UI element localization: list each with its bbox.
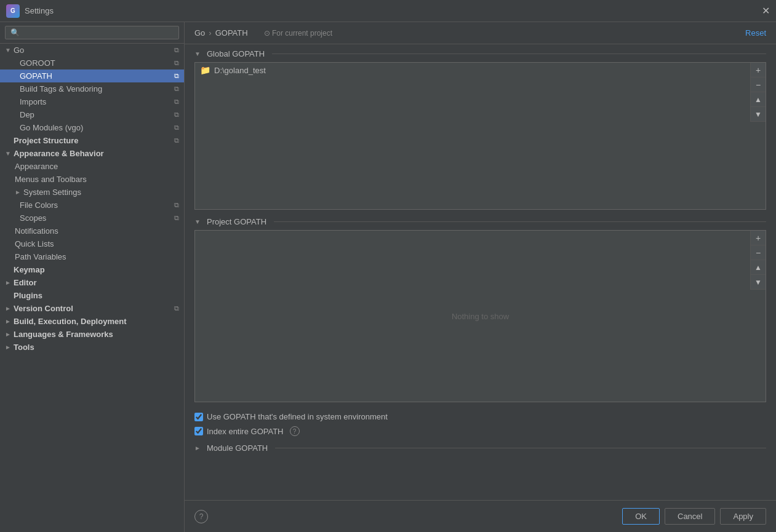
path-text-goland-test: D:\goland_test [214, 66, 266, 75]
arrow-vc: ► [5, 305, 12, 312]
project-gopath-title: Project GOPATH [207, 217, 266, 226]
index-entire-label[interactable]: Index entire GOPATH [207, 427, 284, 436]
sidebar-item-goroot[interactable]: GOROOT ⧉ [0, 57, 184, 69]
project-gopath-arrow: ▼ [194, 218, 202, 225]
sidebar-item-plugins[interactable]: Plugins [0, 289, 184, 302]
search-box [0, 22, 184, 44]
module-gopath-title: Module GOPATH [207, 443, 268, 453]
sidebar-item-languages-label: Languages & Frameworks [14, 330, 179, 339]
sidebar-item-tools-label: Tools [14, 343, 179, 352]
sidebar-item-quick-lists[interactable]: Quick Lists [0, 237, 184, 250]
project-remove-button[interactable]: − [751, 245, 766, 260]
project-gopath-list: Nothing to show + − ▲ ▼ [194, 230, 766, 402]
search-input[interactable] [5, 26, 179, 39]
global-gopath-header[interactable]: ▼ Global GOPATH [194, 49, 766, 58]
sidebar-item-editor[interactable]: ► Editor [0, 276, 184, 289]
sidebar-item-imports[interactable]: Imports ⧉ [0, 95, 184, 108]
sidebar-item-dep-label: Dep [20, 110, 172, 119]
sidebar-item-file-colors-label: File Colors [20, 200, 172, 210]
sidebar-item-ab-label: Appearance & Behavior [14, 149, 179, 158]
sidebar-item-system-settings[interactable]: ► System Settings [0, 186, 184, 199]
use-gopath-label[interactable]: Use GOPATH that's defined in system envi… [207, 412, 388, 421]
sidebar-item-dep[interactable]: Dep ⧉ [0, 108, 184, 121]
sidebar-item-project-structure[interactable]: Project Structure ⧉ [0, 134, 184, 147]
global-remove-button[interactable]: − [751, 77, 766, 92]
sidebar-item-build-label: Build, Execution, Deployment [14, 317, 179, 326]
sidebar-item-go-label: Go [14, 46, 172, 55]
content-area: ▼ Go ⧉ GOROOT ⧉ GOPATH ⧉ [0, 22, 776, 532]
global-down-button[interactable]: ▼ [751, 107, 766, 122]
help-icon-index[interactable]: ? [290, 426, 300, 436]
project-up-button[interactable]: ▲ [751, 260, 766, 275]
sidebar-item-path-variables-label: Path Variables [15, 252, 179, 261]
copy-icon-go: ⧉ [174, 46, 179, 54]
copy-icon-scopes: ⧉ [174, 214, 179, 222]
sidebar-item-gopath-label: GOPATH [20, 71, 172, 81]
index-entire-checkbox[interactable] [194, 427, 203, 435]
sidebar-item-editor-label: Editor [14, 278, 179, 287]
module-gopath-line [275, 448, 766, 448]
close-button[interactable]: ✕ [762, 5, 770, 17]
sidebar-item-file-colors[interactable]: File Colors ⧉ [0, 199, 184, 212]
sidebar-item-menus-toolbars[interactable]: Menus and Toolbars [0, 173, 184, 186]
settings-tree: ▼ Go ⧉ GOROOT ⧉ GOPATH ⧉ [0, 44, 184, 532]
sidebar-item-scopes-label: Scopes [20, 213, 172, 223]
sidebar-item-build-tags[interactable]: Build Tags & Vendoring ⧉ [0, 82, 184, 95]
sidebar-item-appearance[interactable]: Appearance [0, 160, 184, 173]
sidebar-item-version-control[interactable]: ► Version Control ⧉ [0, 302, 184, 315]
apply-button[interactable]: Apply [720, 508, 766, 525]
sidebar-item-go[interactable]: ▼ Go ⧉ [0, 44, 184, 57]
sidebar-item-keymap[interactable]: Keymap [0, 263, 184, 276]
project-gopath-header[interactable]: ▼ Project GOPATH [194, 217, 766, 226]
reset-button[interactable]: Reset [745, 28, 766, 38]
global-up-button[interactable]: ▲ [751, 92, 766, 107]
sidebar-item-scopes[interactable]: Scopes ⧉ [0, 212, 184, 224]
use-gopath-checkbox[interactable] [194, 413, 203, 421]
app-logo: G [6, 4, 20, 18]
global-gopath-arrow: ▼ [194, 50, 202, 57]
copy-icon-project-structure: ⧉ [174, 137, 179, 145]
breadcrumb-current: GOPATH [215, 28, 248, 38]
project-gopath-section: ▼ Project GOPATH Nothing to show + − ▲ ▼ [194, 217, 766, 402]
sidebar-item-goroot-label: GOROOT [20, 58, 172, 68]
module-gopath-header[interactable]: ► Module GOPATH [194, 443, 766, 453]
copy-icon-vc: ⧉ [174, 304, 179, 312]
copy-icon-goroot: ⧉ [174, 59, 179, 67]
use-gopath-env-row: Use GOPATH that's defined in system envi… [194, 410, 766, 424]
cancel-button[interactable]: Cancel [665, 508, 715, 525]
sidebar-item-appearance-label: Appearance [15, 162, 179, 171]
footer: ? OK Cancel Apply [185, 500, 776, 532]
arrow-languages: ► [5, 331, 12, 338]
sidebar-item-system-label: System Settings [23, 188, 179, 197]
sidebar-item-project-structure-label: Project Structure [14, 136, 172, 145]
for-current-project: ⊙ For current project [264, 29, 332, 38]
sidebar-item-go-modules-label: Go Modules (vgo) [20, 123, 172, 132]
sidebar-item-gopath[interactable]: GOPATH ⧉ [0, 69, 184, 82]
global-gopath-list: 📁 D:\goland_test + − ▲ ▼ [194, 62, 766, 210]
copy-icon-file-colors: ⧉ [174, 201, 179, 209]
breadcrumb: Go › GOPATH ⊙ For current project [194, 28, 332, 38]
ok-button[interactable]: OK [622, 508, 660, 525]
sidebar-item-go-modules[interactable]: Go Modules (vgo) ⧉ [0, 121, 184, 134]
project-add-button[interactable]: + [751, 231, 766, 245]
help-button[interactable]: ? [194, 510, 208, 523]
arrow-editor: ► [5, 279, 12, 286]
path-entry-goland-test[interactable]: 📁 D:\goland_test [195, 63, 766, 77]
folder-icon: 📁 [200, 65, 210, 75]
titlebar-left: G Settings [6, 4, 54, 18]
global-add-button[interactable]: + [751, 63, 766, 77]
sidebar-item-build-execution[interactable]: ► Build, Execution, Deployment [0, 315, 184, 328]
window-title: Settings [25, 6, 54, 15]
copy-icon-build-tags: ⧉ [174, 85, 179, 93]
sidebar-item-languages[interactable]: ► Languages & Frameworks [0, 328, 184, 341]
sidebar-item-appearance-behavior[interactable]: ▼ Appearance & Behavior [0, 147, 184, 160]
sidebar-item-tools[interactable]: ► Tools [0, 341, 184, 354]
copy-icon-imports: ⧉ [174, 98, 179, 106]
sidebar-item-path-variables[interactable]: Path Variables [0, 250, 184, 263]
breadcrumb-parent: Go [194, 28, 205, 38]
sidebar-item-keymap-label: Keymap [14, 265, 179, 274]
project-down-button[interactable]: ▼ [751, 275, 766, 290]
sidebar-item-notifications[interactable]: Notifications [0, 224, 184, 237]
expand-arrow-go: ▼ [5, 47, 12, 54]
sidebar: ▼ Go ⧉ GOROOT ⧉ GOPATH ⧉ [0, 22, 185, 532]
